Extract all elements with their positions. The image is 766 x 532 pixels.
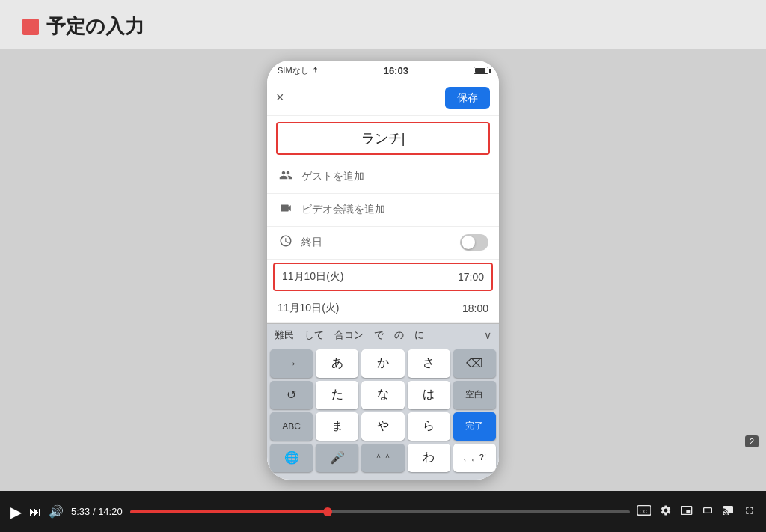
corner-badge: 2 (745, 435, 759, 447)
key-arrow[interactable]: → (270, 349, 313, 378)
play-button[interactable]: ▶ (10, 503, 22, 521)
allday-label: 終日 (301, 236, 322, 249)
status-time: 16:03 (384, 65, 408, 76)
key-ka[interactable]: か (361, 349, 404, 378)
keyboard: → あ か さ ⌫ ↺ た な は 空白 ABC ま (267, 346, 499, 480)
allday-toggle[interactable] (460, 234, 488, 251)
key-space[interactable]: 空白 (453, 381, 496, 409)
status-right (474, 67, 488, 74)
key-ya[interactable]: や (361, 412, 404, 441)
start-date-inner: 11月10日(火) 17:00 (275, 264, 491, 290)
phone-mockup: SIMなし ⇡ 16:03 × 保存 ランチ| (267, 61, 499, 480)
svg-text:CC: CC (640, 507, 647, 514)
ime-suggest-3[interactable]: で (374, 328, 384, 342)
ime-suggestion-bar: 難民 して 合コン で の に ∨ (267, 323, 499, 346)
start-date-row[interactable]: 11月10日(火) 17:00 (273, 263, 493, 291)
keyboard-row-1: → あ か さ ⌫ (270, 349, 496, 378)
title-value: ランチ (361, 131, 402, 146)
control-bar: ▶ ⏭ 🔊 5:33 / 14:20 CC (0, 491, 766, 532)
ime-suggest-1[interactable]: して (304, 328, 324, 342)
title-icon (22, 19, 39, 35)
close-button[interactable]: × (276, 90, 284, 106)
keyboard-row-2: ↺ た な は 空白 (270, 381, 496, 409)
key-ta[interactable]: た (316, 381, 358, 409)
app-content: × 保存 ランチ| ゲストを追加 ビデオ会議を追加 (267, 81, 499, 480)
video-icon (278, 201, 294, 218)
key-wa[interactable]: わ (408, 444, 450, 472)
end-date-row[interactable]: 11月10日(火) 18:00 (267, 294, 499, 323)
volume-button[interactable]: 🔊 (49, 504, 64, 519)
key-mic[interactable]: 🎤 (316, 444, 358, 472)
battery-icon (474, 67, 488, 74)
toolbar: × 保存 (267, 81, 499, 116)
key-backspace[interactable]: ⌫ (453, 349, 496, 378)
control-icons-right: CC (637, 504, 756, 519)
key-a[interactable]: あ (316, 349, 358, 378)
video-label: ビデオ会議を追加 (301, 203, 385, 216)
theater-icon[interactable] (702, 504, 714, 519)
progress-bar[interactable] (130, 510, 630, 513)
guest-icon (278, 168, 294, 186)
miniplayer-icon[interactable] (681, 504, 693, 519)
cc-icon[interactable]: CC (637, 505, 651, 519)
status-bar: SIMなし ⇡ 16:03 (267, 61, 499, 81)
keyboard-row-4: 🌐 🎤 ＾＾ わ 、。?! (270, 444, 496, 472)
start-time: 17:00 (458, 271, 484, 283)
key-ha[interactable]: は (408, 381, 450, 409)
ime-chevron[interactable]: ∨ (484, 329, 491, 341)
keyboard-row-3: ABC ま や ら 完了 (270, 412, 496, 441)
key-undo[interactable]: ↺ (270, 381, 313, 409)
skip-button[interactable]: ⏭ (29, 505, 41, 519)
guest-label: ゲストを追加 (301, 170, 364, 183)
end-time: 18:00 (462, 302, 488, 314)
video-container: SIMなし ⇡ 16:03 × 保存 ランチ| (0, 49, 766, 491)
key-done[interactable]: 完了 (453, 412, 496, 441)
key-abc[interactable]: ABC (270, 412, 313, 441)
cursor: | (402, 131, 405, 146)
ime-suggest-5[interactable]: に (414, 328, 424, 342)
cast-icon[interactable] (723, 504, 735, 519)
time-display: 5:33 / 14:20 (71, 506, 123, 517)
key-na[interactable]: な (361, 381, 404, 409)
ime-suggest-0[interactable]: 難民 (275, 328, 294, 342)
wifi-icon: ⇡ (312, 66, 319, 76)
page-title-area: 予定の入力 (22, 13, 144, 40)
allday-row[interactable]: 終日 (267, 227, 499, 260)
key-sa[interactable]: さ (408, 349, 450, 378)
status-left: SIMなし ⇡ (278, 65, 319, 76)
fullscreen-icon[interactable] (744, 504, 756, 519)
guest-row[interactable]: ゲストを追加 (267, 161, 499, 194)
title-input-field[interactable]: ランチ| (276, 122, 490, 155)
key-emoji[interactable]: ＾＾ (361, 444, 404, 472)
video-row[interactable]: ビデオ会議を追加 (267, 194, 499, 227)
key-punct[interactable]: 、。?! (453, 444, 496, 472)
page-title: 予定の入力 (46, 13, 144, 40)
start-date: 11月10日(火) (282, 270, 343, 284)
ime-suggest-4[interactable]: の (394, 328, 404, 342)
clock-icon (278, 234, 294, 251)
progress-dot (323, 507, 332, 516)
key-ma[interactable]: ま (316, 412, 358, 441)
end-date: 11月10日(火) (278, 302, 339, 315)
progress-fill (130, 510, 328, 513)
settings-icon[interactable] (660, 504, 672, 519)
key-globe[interactable]: 🌐 (270, 444, 313, 472)
key-ra[interactable]: ら (408, 412, 450, 441)
carrier-text: SIMなし (278, 65, 309, 76)
save-button[interactable]: 保存 (445, 87, 490, 109)
ime-suggest-2[interactable]: 合コン (334, 328, 364, 342)
